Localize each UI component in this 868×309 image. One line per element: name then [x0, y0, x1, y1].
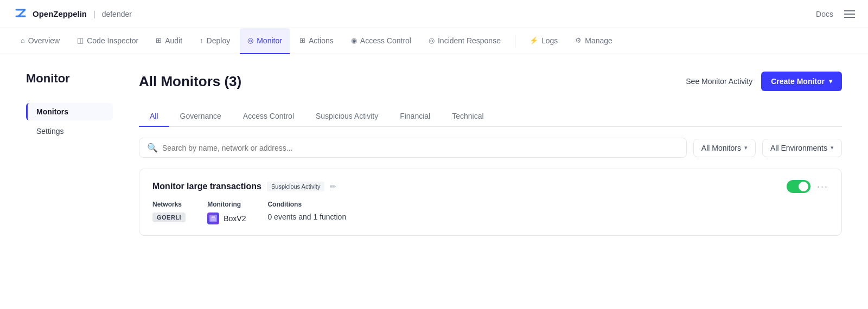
- networks-label: Networks: [152, 201, 186, 208]
- nav-item-code-inspector[interactable]: ◫ Code Inspector: [69, 28, 146, 54]
- conditions-label: Conditions: [267, 201, 346, 208]
- boxv2-icon: [207, 213, 219, 224]
- monitor-card-actions: ···: [787, 180, 828, 193]
- topbar: OpenZeppelin | defender Docs: [0, 0, 868, 28]
- header-actions: See Monitor Activity Create Monitor ▾: [686, 72, 842, 91]
- brand: OpenZeppelin | defender: [13, 7, 132, 22]
- monitor-monitoring-section: Monitoring: [207, 201, 246, 224]
- overview-icon: ⌂: [21, 36, 25, 44]
- nav-item-overview-label: Overview: [28, 36, 60, 45]
- nav-separator: [515, 35, 515, 48]
- brand-name: OpenZeppelin: [33, 9, 87, 18]
- nav-item-logs-label: Logs: [541, 36, 558, 45]
- monitor-card-body: Networks GOERLI Monitoring: [152, 201, 828, 224]
- brand-logo-icon: [13, 7, 28, 22]
- content-header: All Monitors (3) See Monitor Activity Cr…: [139, 72, 842, 91]
- logs-icon: ⚡: [529, 36, 538, 44]
- content-area: All Monitors (3) See Monitor Activity Cr…: [139, 72, 842, 236]
- sidebar-title: Monitor: [26, 72, 113, 86]
- create-monitor-label: Create Monitor: [771, 77, 825, 86]
- edit-monitor-icon[interactable]: ✏: [330, 182, 336, 191]
- nav-item-incident-response[interactable]: ◎ Incident Response: [421, 28, 508, 54]
- all-environments-filter[interactable]: All Environments ▾: [762, 139, 842, 157]
- code-inspector-icon: ◫: [77, 36, 84, 44]
- conditions-value: 0 events and 1 function: [267, 213, 346, 221]
- nav-item-access-control-label: Access Control: [360, 36, 411, 45]
- search-box[interactable]: 🔍: [139, 138, 687, 158]
- nav-item-actions-label: Actions: [309, 36, 334, 45]
- nav-item-audit[interactable]: ⊞ Audit: [148, 28, 190, 54]
- all-monitors-chevron-icon: ▾: [744, 144, 748, 151]
- main-nav: ⌂ Overview ◫ Code Inspector ⊞ Audit ↑ De…: [0, 28, 868, 54]
- menu-icon[interactable]: [844, 10, 855, 18]
- search-icon: 🔍: [147, 143, 158, 153]
- sidebar-item-settings[interactable]: Settings: [26, 123, 113, 140]
- deploy-icon: ↑: [200, 36, 203, 44]
- all-environments-filter-label: All Environments: [770, 144, 827, 152]
- create-monitor-button[interactable]: Create Monitor ▾: [761, 72, 842, 91]
- monitoring-row: BoxV2: [207, 213, 246, 224]
- svg-rect-1: [210, 217, 216, 221]
- nav-item-actions[interactable]: ⊞ Actions: [292, 28, 341, 54]
- nav-item-access-control[interactable]: ◉ Access Control: [343, 28, 419, 54]
- sidebar-item-monitors-label: Monitors: [36, 107, 68, 116]
- audit-icon: ⊞: [156, 36, 162, 44]
- sidebar-item-monitors[interactable]: Monitors: [26, 103, 113, 120]
- svg-rect-2: [212, 216, 215, 218]
- toggle-thumb: [799, 182, 808, 191]
- nav-item-manage-label: Manage: [585, 36, 612, 45]
- tab-governance[interactable]: Governance: [169, 106, 232, 127]
- manage-icon: ⚙: [575, 36, 582, 44]
- tab-technical[interactable]: Technical: [441, 106, 494, 127]
- access-control-icon: ◉: [351, 36, 357, 44]
- docs-link[interactable]: Docs: [816, 10, 833, 18]
- tab-financial[interactable]: Financial: [389, 106, 441, 127]
- brand-product: defender: [102, 10, 132, 18]
- sidebar-item-settings-label: Settings: [36, 127, 64, 136]
- monitor-card-header: Monitor large transactions Suspicious Ac…: [152, 180, 828, 193]
- nav-item-logs[interactable]: ⚡ Logs: [522, 28, 565, 54]
- all-environments-chevron-icon: ▾: [831, 144, 834, 151]
- nav-item-audit-label: Audit: [165, 36, 182, 45]
- search-filter-row: 🔍 All Monitors ▾ All Environments ▾: [139, 138, 842, 158]
- nav-item-code-inspector-label: Code Inspector: [87, 36, 138, 45]
- monitor-toggle[interactable]: [787, 180, 810, 193]
- monitor-tabs: All Governance Access Control Suspicious…: [139, 106, 842, 127]
- tab-suspicious-activity[interactable]: Suspicious Activity: [305, 106, 389, 127]
- nav-item-deploy[interactable]: ↑ Deploy: [192, 28, 238, 54]
- topbar-right: Docs: [816, 10, 855, 18]
- monitor-more-button[interactable]: ···: [817, 181, 828, 192]
- nav-item-overview[interactable]: ⌂ Overview: [13, 28, 67, 54]
- see-monitor-activity-link[interactable]: See Monitor Activity: [686, 77, 752, 86]
- monitor-conditions-section: Conditions 0 events and 1 function: [267, 201, 346, 224]
- monitor-title: Monitor large transactions: [152, 182, 261, 191]
- tab-access-control[interactable]: Access Control: [232, 106, 305, 127]
- page-title: All Monitors (3): [139, 73, 241, 90]
- all-monitors-filter-label: All Monitors: [701, 144, 741, 152]
- actions-icon: ⊞: [299, 36, 305, 44]
- network-tag-goerli: GOERLI: [152, 213, 186, 222]
- all-monitors-filter[interactable]: All Monitors ▾: [693, 139, 756, 157]
- sidebar-nav: Monitors Settings: [26, 103, 113, 140]
- search-input[interactable]: [162, 144, 679, 152]
- monitoring-label: Monitoring: [207, 201, 246, 208]
- nav-item-manage[interactable]: ⚙ Manage: [567, 28, 620, 54]
- main-layout: Monitor Monitors Settings All Monitors (…: [0, 54, 868, 253]
- nav-item-monitor-label: Monitor: [257, 36, 282, 45]
- brand-divider: |: [93, 10, 95, 18]
- nav-item-incident-response-label: Incident Response: [438, 36, 501, 45]
- monitoring-value: BoxV2: [224, 214, 246, 223]
- monitor-title-row: Monitor large transactions Suspicious Ac…: [152, 182, 336, 191]
- monitor-icon: ◎: [247, 36, 253, 44]
- incident-response-icon: ◎: [429, 36, 435, 44]
- nav-item-monitor[interactable]: ◎ Monitor: [240, 28, 290, 54]
- monitor-category-badge: Suspicious Activity: [267, 182, 324, 191]
- sidebar: Monitor Monitors Settings: [26, 72, 113, 236]
- nav-item-deploy-label: Deploy: [207, 36, 231, 45]
- create-monitor-chevron-icon: ▾: [829, 78, 832, 85]
- monitor-networks-section: Networks GOERLI: [152, 201, 186, 224]
- monitor-card: Monitor large transactions Suspicious Ac…: [139, 169, 842, 236]
- tab-all[interactable]: All: [139, 106, 169, 127]
